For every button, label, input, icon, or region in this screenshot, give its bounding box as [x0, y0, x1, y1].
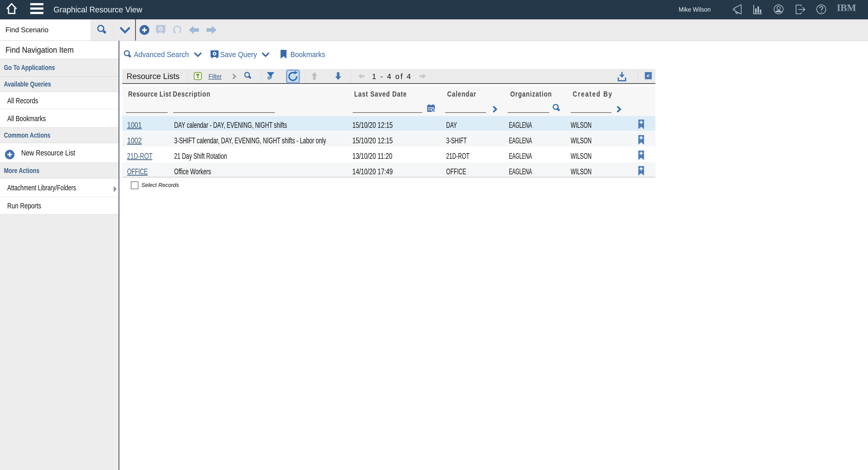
- svg-text:IBM: IBM: [837, 4, 856, 12]
